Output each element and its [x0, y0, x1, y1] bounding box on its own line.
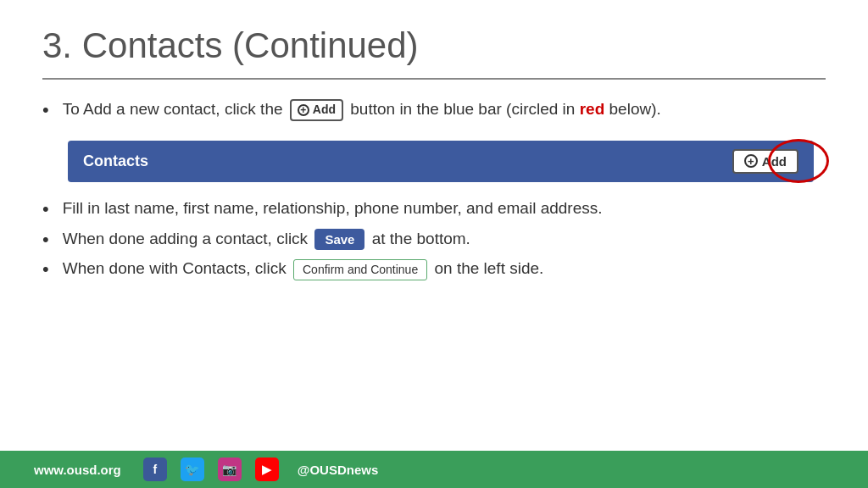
instruction-list: To Add a new contact, click the + Add bu… — [42, 98, 826, 124]
save-button-inline: Save — [314, 229, 364, 250]
bullet1-text: To Add a new contact, click the + Add bu… — [63, 98, 661, 121]
footer: www.ousd.org f 🐦 📷 ▶ @OUSDnews — [0, 451, 868, 488]
list-item-3: When done adding a contact, click Save a… — [42, 228, 826, 253]
instagram-icon[interactable]: 📷 — [218, 458, 242, 481]
list-item-1: To Add a new contact, click the + Add bu… — [42, 98, 826, 124]
red-text: red — [580, 100, 605, 118]
twitter-icon[interactable]: 🐦 — [181, 458, 204, 481]
footer-website: www.ousd.org — [34, 463, 121, 477]
footer-handle: @OUSDnews — [298, 463, 378, 477]
facebook-icon[interactable]: f — [143, 458, 167, 481]
confirm-continue-button-inline: Confirm and Continue — [293, 259, 427, 281]
bullet3-text: When done adding a contact, click Save a… — [63, 228, 470, 251]
page-title: 3. Contacts (Continued) — [42, 25, 826, 66]
bullet4-text: When done with Contacts, click Confirm a… — [63, 258, 544, 280]
contacts-bar-title: Contacts — [83, 152, 148, 170]
youtube-icon[interactable]: ▶ — [255, 458, 279, 481]
section-divider — [42, 78, 826, 80]
main-content: 3. Contacts (Continued) To Add a new con… — [0, 0, 868, 451]
list-item-2: Fill in last name, first name, relations… — [42, 197, 826, 223]
add-button-inline: + Add — [290, 99, 343, 121]
plus-icon: + — [298, 104, 309, 116]
contacts-bar-wrapper: Contacts + Add — [68, 141, 814, 182]
contacts-add-button[interactable]: + Add — [732, 149, 798, 174]
instruction-list-2: Fill in last name, first name, relations… — [42, 197, 826, 283]
plus-circle-icon: + — [744, 154, 758, 168]
list-item-4: When done with Contacts, click Confirm a… — [42, 258, 826, 283]
contacts-bar: Contacts + Add — [68, 141, 814, 182]
